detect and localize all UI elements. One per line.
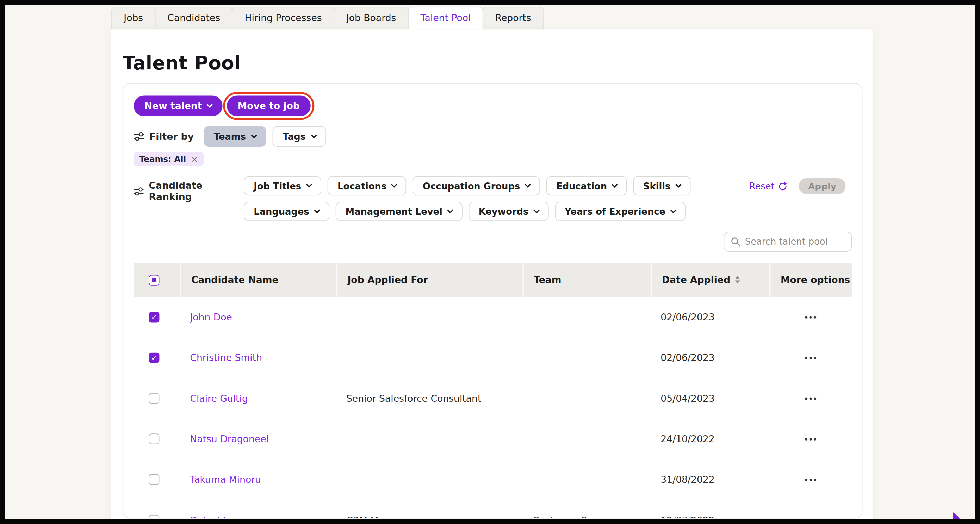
action-buttons: New talent Move to job [134, 95, 852, 116]
column-header-job-applied-for: Job Applied For [336, 263, 523, 297]
tab-reports[interactable]: Reports [483, 7, 544, 30]
reset-label: Reset [749, 181, 775, 191]
team-cell: Customer Success [522, 514, 651, 519]
row-checkbox[interactable]: ✓ [149, 353, 159, 363]
more-options-icon[interactable] [802, 312, 819, 322]
select-all-checkbox[interactable] [149, 275, 159, 285]
chevron-down-icon [311, 132, 317, 138]
more-options-icon[interactable] [802, 434, 819, 444]
education-filter-button[interactable]: Education [546, 176, 627, 195]
candidate-name-link[interactable]: Takuma Minoru [180, 474, 336, 485]
candidate-ranking-label-group: Candidate Ranking [134, 176, 244, 202]
talent-pool-panel: Talent Pool New talent Move to job [111, 29, 873, 519]
row-checkbox[interactable]: ✓ [149, 474, 159, 485]
mouse-cursor-icon [953, 512, 964, 524]
ranking-filter-row-1: Job Titles Locations Occupation Groups E… [244, 176, 690, 195]
search-box [724, 232, 852, 252]
candidate-name-link[interactable]: Claire Gultig [180, 393, 336, 404]
table-row: ✓ Doku Ida CRM Manager Customer Success … [134, 500, 852, 518]
indeterminate-mark [152, 278, 156, 282]
teams-all-chip[interactable]: Teams: All × [134, 152, 204, 166]
page-title: Talent Pool [123, 52, 873, 73]
table-row: ✓ Takuma Minoru 31/08/2022 [134, 459, 852, 500]
column-header-more-options: More options [769, 263, 852, 297]
chevron-down-icon [533, 207, 540, 213]
years-of-experience-filter-button[interactable]: Years of Experience [555, 202, 686, 221]
chip-close-icon[interactable]: × [191, 154, 197, 164]
apply-button[interactable]: Apply [799, 178, 846, 194]
chevron-down-icon [447, 207, 453, 213]
sliders-icon [134, 187, 144, 196]
more-options-icon[interactable] [802, 515, 819, 519]
tab-talent-pool[interactable]: Talent Pool [408, 7, 483, 30]
skills-filter-button[interactable]: Skills [633, 176, 691, 195]
date-applied-cell: 31/08/2022 [651, 474, 769, 485]
tab-hiring-processes[interactable]: Hiring Processes [232, 7, 334, 30]
candidate-name-link[interactable]: John Doe [180, 311, 336, 322]
row-checkbox[interactable]: ✓ [149, 393, 159, 403]
search-input[interactable] [745, 237, 845, 246]
date-applied-cell: 02/06/2023 [651, 311, 769, 322]
tags-filter-label: Tags [283, 131, 306, 141]
column-header-team: Team [522, 263, 651, 297]
more-options-icon[interactable] [802, 353, 819, 363]
table-row: ✓ John Doe 02/06/2023 [134, 297, 852, 337]
tags-filter-button[interactable]: Tags [273, 126, 326, 147]
main-nav-tabs: Jobs Candidates Hiring Processes Job Boa… [111, 7, 975, 30]
ranking-actions: Reset Apply [749, 176, 846, 194]
tab-candidates[interactable]: Candidates [155, 7, 233, 30]
column-header-candidate-name: Candidate Name [180, 263, 336, 297]
move-to-job-label: Move to job [238, 100, 300, 112]
chevron-down-icon [207, 102, 213, 108]
new-talent-button[interactable]: New talent [134, 95, 223, 116]
candidate-ranking-section: Candidate Ranking Job Titles Locations O… [134, 176, 852, 221]
chevron-down-icon [525, 181, 531, 188]
keywords-filter-button[interactable]: Keywords [469, 202, 549, 221]
date-applied-cell: 02/06/2023 [651, 352, 769, 364]
date-applied-cell: 05/04/2023 [651, 393, 769, 404]
column-header-date-applied: Date Applied [651, 263, 769, 297]
job-titles-filter-button[interactable]: Job Titles [244, 176, 321, 195]
filter-by-label-group: Filter by [134, 131, 194, 142]
candidate-name-link[interactable]: Doku Ida [180, 514, 336, 519]
move-to-job-button[interactable]: Move to job [227, 95, 310, 116]
more-options-icon[interactable] [802, 475, 819, 484]
refresh-icon [778, 181, 788, 191]
row-checkbox[interactable]: ✓ [149, 433, 159, 444]
talent-pool-card: New talent Move to job Filter by [123, 83, 863, 519]
screenshot-stage: Jobs Candidates Hiring Processes Job Boa… [0, 0, 980, 524]
chevron-down-icon [670, 207, 676, 213]
sort-icon[interactable] [735, 276, 740, 284]
reset-button[interactable]: Reset [749, 181, 788, 191]
filter-by-row: Filter by Teams Tags [134, 126, 852, 147]
date-applied-cell: 12/07/2022 [651, 514, 769, 519]
app-window: Jobs Candidates Hiring Processes Job Boa… [0, 0, 980, 524]
teams-filter-label: Teams [214, 131, 246, 141]
chevron-down-icon [612, 181, 618, 188]
occupation-groups-filter-button[interactable]: Occupation Groups [413, 176, 540, 195]
search-row [134, 232, 852, 252]
row-checkbox[interactable]: ✓ [149, 312, 159, 322]
candidate-name-link[interactable]: Christine Smith [180, 352, 336, 364]
tab-jobs[interactable]: Jobs [111, 7, 156, 30]
date-applied-cell: 24/10/2022 [651, 433, 769, 445]
candidate-ranking-label: Candidate Ranking [149, 180, 244, 202]
filter-by-label: Filter by [150, 131, 194, 142]
chevron-down-icon [306, 181, 312, 188]
sliders-icon [134, 132, 145, 141]
table-row: ✓ Claire Gultig Senior Salesforce Consul… [134, 378, 852, 418]
row-checkbox[interactable]: ✓ [149, 515, 159, 519]
talent-pool-table: Candidate Name Job Applied For Team Date… [134, 263, 852, 519]
management-level-filter-button[interactable]: Management Level [336, 202, 462, 221]
locations-filter-button[interactable]: Locations [328, 176, 407, 195]
table-row: ✓ Christine Smith 02/06/2023 [134, 337, 852, 378]
chevron-down-icon [675, 181, 682, 188]
table-header: Candidate Name Job Applied For Team Date… [134, 263, 852, 297]
search-icon [730, 237, 740, 246]
tab-job-boards[interactable]: Job Boards [334, 7, 409, 30]
languages-filter-button[interactable]: Languages [244, 202, 329, 221]
more-options-icon[interactable] [802, 393, 819, 403]
chevron-down-icon [251, 132, 258, 138]
teams-filter-button[interactable]: Teams [204, 126, 266, 147]
candidate-name-link[interactable]: Natsu Dragoneel [180, 433, 336, 445]
